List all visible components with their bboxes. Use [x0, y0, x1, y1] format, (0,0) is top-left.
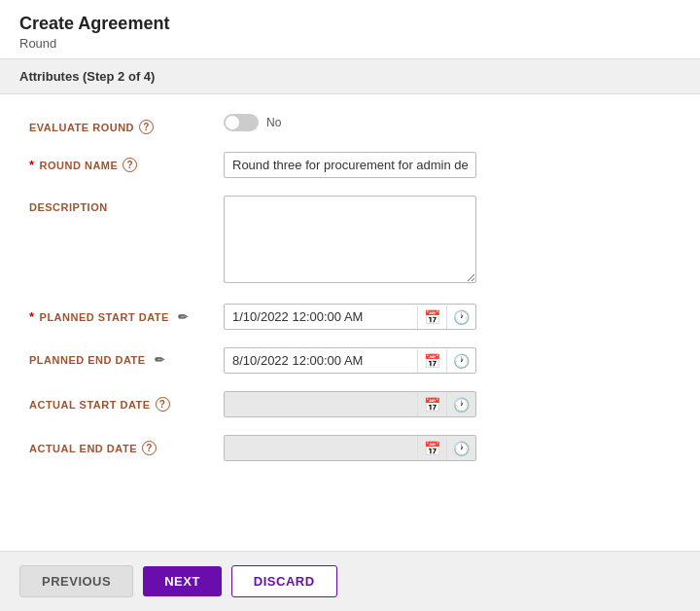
round-name-row: ROUND NAME ? — [29, 152, 671, 178]
actual-start-date-label: ACTUAL START DATE ? — [29, 391, 224, 412]
actual-end-date-row: ACTUAL END DATE ? 📅 🕐 — [29, 435, 671, 461]
actual-end-date-calendar-icon: 📅 — [417, 437, 446, 460]
planned-start-date-time-icon[interactable]: 🕐 — [446, 306, 475, 329]
planned-end-date-edit-icon[interactable]: ✏ — [155, 353, 165, 367]
actual-end-date-input — [225, 436, 417, 460]
planned-end-date-wrapper: 📅 🕐 — [224, 347, 476, 374]
actual-start-date-wrapper: 📅 🕐 — [224, 391, 476, 417]
discard-button[interactable]: DISCARD — [231, 565, 337, 597]
planned-start-date-label: PLANNED START DATE ✏ — [29, 304, 224, 324]
actual-end-date-label: ACTUAL END DATE ? — [29, 435, 224, 455]
evaluate-round-label: EVALUATE ROUND ? — [29, 114, 224, 134]
footer-bar: PREVIOUS NEXT DISCARD — [0, 551, 700, 611]
actual-start-date-help-icon[interactable]: ? — [156, 397, 170, 412]
evaluate-round-row: EVALUATE ROUND ? No — [29, 114, 671, 134]
page-title: Create Agreement — [19, 14, 681, 34]
planned-start-date-edit-icon[interactable]: ✏ — [178, 310, 189, 324]
evaluate-round-toggle-wrapper: No — [224, 114, 671, 131]
actual-start-date-calendar-icon: 📅 — [417, 393, 446, 416]
planned-end-date-label: PLANNED END DATE ✏ — [29, 347, 224, 367]
evaluate-round-toggle[interactable] — [224, 114, 259, 131]
actual-start-date-time-icon: 🕐 — [446, 393, 475, 416]
round-name-input[interactable] — [224, 152, 476, 178]
planned-end-date-time-icon[interactable]: 🕐 — [446, 349, 475, 373]
round-name-help-icon[interactable]: ? — [122, 158, 137, 172]
planned-start-date-wrapper: 📅 🕐 — [224, 304, 476, 330]
step-bar: Attributes (Step 2 of 4) — [0, 59, 700, 94]
previous-button[interactable]: PREVIOUS — [19, 565, 133, 597]
planned-end-date-input[interactable] — [225, 348, 417, 373]
round-name-label: ROUND NAME ? — [29, 152, 224, 172]
actual-start-date-row: ACTUAL START DATE ? 📅 🕐 — [29, 391, 671, 417]
actual-end-date-wrapper: 📅 🕐 — [224, 435, 476, 461]
actual-start-date-input — [225, 392, 417, 416]
evaluate-round-toggle-label: No — [266, 116, 281, 129]
actual-end-date-help-icon[interactable]: ? — [142, 441, 157, 455]
planned-end-date-row: PLANNED END DATE ✏ 📅 🕐 — [29, 347, 671, 374]
planned-end-date-calendar-icon[interactable]: 📅 — [417, 349, 446, 373]
description-input[interactable] — [224, 196, 476, 283]
planned-start-date-calendar-icon[interactable]: 📅 — [417, 306, 446, 329]
description-label: DESCRIPTION — [29, 196, 224, 213]
description-row: DESCRIPTION — [29, 196, 671, 286]
next-button[interactable]: NEXT — [143, 566, 222, 596]
evaluate-round-help-icon[interactable]: ? — [139, 120, 154, 134]
actual-end-date-time-icon: 🕐 — [446, 437, 475, 460]
planned-start-date-input[interactable] — [225, 305, 417, 329]
page-subtitle: Round — [19, 36, 681, 51]
planned-start-date-row: PLANNED START DATE ✏ 📅 🕐 — [29, 304, 671, 330]
